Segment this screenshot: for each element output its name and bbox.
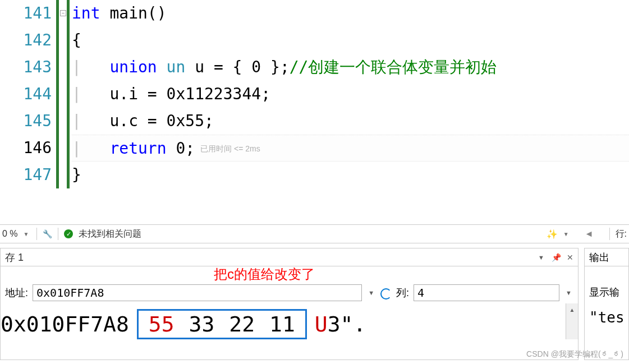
memory-byte: 55 bbox=[149, 312, 175, 337]
chevron-down-icon[interactable]: ▼ bbox=[21, 231, 31, 237]
panel-title: 存 1 bbox=[5, 251, 24, 264]
chevron-down-icon[interactable]: ▼ bbox=[564, 289, 573, 296]
scroll-left-icon[interactable]: ◄ bbox=[585, 229, 594, 239]
chevron-down-icon[interactable]: ▼ bbox=[366, 289, 376, 296]
sparkle-icon[interactable]: ✨ bbox=[547, 229, 558, 239]
keyword: int bbox=[72, 4, 100, 22]
columns-label: 列: bbox=[396, 286, 409, 300]
separator bbox=[36, 228, 37, 240]
code-text: main() bbox=[100, 4, 167, 22]
keyword: return bbox=[109, 139, 166, 158]
line-label: 行: bbox=[616, 228, 627, 240]
code-editor[interactable]: 141 142 143 144 145 146 147 − int main()… bbox=[0, 0, 629, 191]
status-toolbar: 0 % ▼ 🔧 ✓ 未找到相关问题 ✨ ▼ ◄ 行: bbox=[0, 224, 629, 243]
code-text: u = { 0 }; bbox=[185, 58, 289, 76]
code-text: u.c = 0x55; bbox=[109, 112, 213, 130]
scroll-up-icon[interactable]: ▲ bbox=[566, 303, 578, 316]
memory-ascii: U3". bbox=[315, 312, 366, 337]
line-number: 147 bbox=[0, 162, 52, 188]
comment: //创建一个联合体变量并初始 bbox=[290, 58, 497, 76]
code-content[interactable]: int main() { | union un u = { 0 };//创建一个… bbox=[70, 0, 629, 191]
fold-collapse-icon[interactable]: − bbox=[60, 10, 66, 16]
separator bbox=[609, 228, 610, 240]
dropdown-icon[interactable]: ▼ bbox=[536, 254, 546, 261]
key-icon[interactable]: 🔧 bbox=[43, 229, 52, 238]
brace: { bbox=[72, 31, 81, 49]
pin-icon[interactable]: 📌 bbox=[552, 253, 561, 262]
keyword: union bbox=[109, 58, 157, 76]
type-name: un bbox=[157, 58, 186, 76]
chevron-down-icon[interactable]: ▼ bbox=[561, 231, 571, 237]
output-content: "tes bbox=[585, 302, 628, 333]
annotation-text: 把c的值给改变了 bbox=[214, 265, 315, 283]
memory-address-display: 0x010FF7A8 bbox=[1, 312, 129, 337]
scrollbar[interactable]: ▲ bbox=[566, 303, 578, 339]
line-number: 143 bbox=[0, 54, 52, 81]
code-text: u.i = 0x11223344; bbox=[109, 85, 270, 103]
address-label: 地址: bbox=[5, 286, 28, 300]
check-circle-icon: ✓ bbox=[64, 229, 73, 238]
line-number: 144 bbox=[0, 81, 52, 108]
issues-status[interactable]: 未找到相关问题 bbox=[79, 228, 141, 240]
memory-byte: 11 bbox=[269, 312, 295, 337]
refresh-icon[interactable] bbox=[380, 288, 392, 300]
line-number: 141 bbox=[0, 0, 52, 27]
highlighted-bytes: 55 33 22 11 bbox=[137, 309, 307, 339]
line-number: 145 bbox=[0, 108, 52, 135]
zoom-level[interactable]: 0 % bbox=[2, 229, 18, 239]
separator bbox=[58, 228, 58, 240]
editor-margin: − bbox=[56, 0, 70, 191]
columns-input[interactable] bbox=[414, 284, 559, 301]
code-text: 0; bbox=[167, 139, 195, 158]
codelens-timing: 已用时间 <= 2ms bbox=[200, 144, 260, 153]
output-title: 输出 bbox=[585, 248, 628, 266]
output-show-label: 显示输 bbox=[585, 282, 628, 302]
output-panel: 输出 显示输 "tes bbox=[584, 248, 629, 360]
memory-byte: 22 bbox=[229, 312, 255, 337]
address-input[interactable] bbox=[33, 284, 362, 301]
line-number-gutter: 141 142 143 144 145 146 147 bbox=[0, 0, 56, 191]
memory-panel: 存 1 ▼ 📌 ✕ 把c的值给改变了 地址: ▼ 列: ▼ 0x010FF7A8… bbox=[0, 248, 579, 360]
close-icon[interactable]: ✕ bbox=[567, 253, 573, 262]
brace: } bbox=[72, 165, 81, 184]
watermark: CSDN @我要学编程(ಥ_ಥ) bbox=[526, 349, 623, 360]
memory-byte: 33 bbox=[189, 312, 215, 337]
line-number-current: 146 bbox=[0, 135, 52, 162]
line-number: 142 bbox=[0, 27, 52, 54]
